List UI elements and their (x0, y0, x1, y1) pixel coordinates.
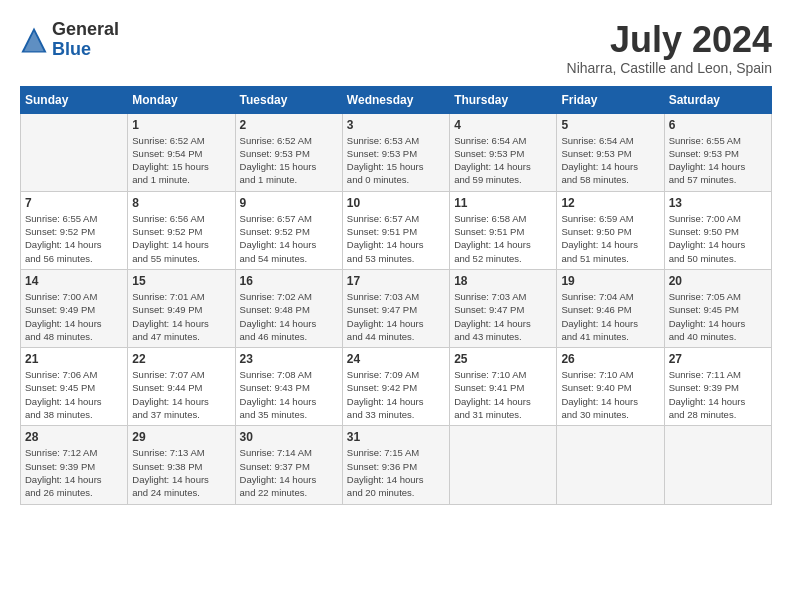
calendar-cell: 11Sunrise: 6:58 AM Sunset: 9:51 PM Dayli… (450, 191, 557, 269)
day-number: 6 (669, 118, 767, 132)
calendar-cell: 2Sunrise: 6:52 AM Sunset: 9:53 PM Daylig… (235, 113, 342, 191)
calendar-cell: 7Sunrise: 6:55 AM Sunset: 9:52 PM Daylig… (21, 191, 128, 269)
day-number: 27 (669, 352, 767, 366)
calendar-cell: 23Sunrise: 7:08 AM Sunset: 9:43 PM Dayli… (235, 348, 342, 426)
calendar-cell (557, 426, 664, 504)
day-number: 18 (454, 274, 552, 288)
day-info: Sunrise: 7:05 AM Sunset: 9:45 PM Dayligh… (669, 290, 767, 343)
week-row-1: 7Sunrise: 6:55 AM Sunset: 9:52 PM Daylig… (21, 191, 772, 269)
day-number: 20 (669, 274, 767, 288)
calendar-cell: 18Sunrise: 7:03 AM Sunset: 9:47 PM Dayli… (450, 269, 557, 347)
logo: General Blue (20, 20, 119, 60)
calendar-cell (21, 113, 128, 191)
calendar-cell: 1Sunrise: 6:52 AM Sunset: 9:54 PM Daylig… (128, 113, 235, 191)
calendar-cell: 30Sunrise: 7:14 AM Sunset: 9:37 PM Dayli… (235, 426, 342, 504)
day-number: 17 (347, 274, 445, 288)
logo-general-text: General (52, 19, 119, 39)
day-info: Sunrise: 6:57 AM Sunset: 9:51 PM Dayligh… (347, 212, 445, 265)
header-cell-tuesday: Tuesday (235, 86, 342, 113)
day-info: Sunrise: 7:06 AM Sunset: 9:45 PM Dayligh… (25, 368, 123, 421)
day-number: 22 (132, 352, 230, 366)
calendar-cell (450, 426, 557, 504)
day-number: 25 (454, 352, 552, 366)
header-cell-monday: Monday (128, 86, 235, 113)
logo-text: General Blue (52, 20, 119, 60)
header-cell-thursday: Thursday (450, 86, 557, 113)
header-cell-sunday: Sunday (21, 86, 128, 113)
calendar-cell: 14Sunrise: 7:00 AM Sunset: 9:49 PM Dayli… (21, 269, 128, 347)
day-number: 13 (669, 196, 767, 210)
day-number: 31 (347, 430, 445, 444)
day-info: Sunrise: 7:15 AM Sunset: 9:36 PM Dayligh… (347, 446, 445, 499)
day-number: 2 (240, 118, 338, 132)
day-number: 23 (240, 352, 338, 366)
day-number: 12 (561, 196, 659, 210)
day-number: 24 (347, 352, 445, 366)
day-number: 28 (25, 430, 123, 444)
day-info: Sunrise: 6:53 AM Sunset: 9:53 PM Dayligh… (347, 134, 445, 187)
day-number: 30 (240, 430, 338, 444)
calendar-cell: 22Sunrise: 7:07 AM Sunset: 9:44 PM Dayli… (128, 348, 235, 426)
calendar-cell: 28Sunrise: 7:12 AM Sunset: 9:39 PM Dayli… (21, 426, 128, 504)
day-number: 15 (132, 274, 230, 288)
title-section: July 2024 Niharra, Castille and Leon, Sp… (567, 20, 772, 76)
calendar-cell: 3Sunrise: 6:53 AM Sunset: 9:53 PM Daylig… (342, 113, 449, 191)
calendar-header: SundayMondayTuesdayWednesdayThursdayFrid… (21, 86, 772, 113)
header-cell-saturday: Saturday (664, 86, 771, 113)
calendar-cell: 6Sunrise: 6:55 AM Sunset: 9:53 PM Daylig… (664, 113, 771, 191)
calendar-cell: 13Sunrise: 7:00 AM Sunset: 9:50 PM Dayli… (664, 191, 771, 269)
calendar-cell: 20Sunrise: 7:05 AM Sunset: 9:45 PM Dayli… (664, 269, 771, 347)
day-info: Sunrise: 6:54 AM Sunset: 9:53 PM Dayligh… (561, 134, 659, 187)
page-container: General Blue July 2024 Niharra, Castille… (20, 20, 772, 505)
calendar-cell: 31Sunrise: 7:15 AM Sunset: 9:36 PM Dayli… (342, 426, 449, 504)
calendar-cell: 19Sunrise: 7:04 AM Sunset: 9:46 PM Dayli… (557, 269, 664, 347)
day-info: Sunrise: 7:01 AM Sunset: 9:49 PM Dayligh… (132, 290, 230, 343)
calendar-cell: 27Sunrise: 7:11 AM Sunset: 9:39 PM Dayli… (664, 348, 771, 426)
day-number: 3 (347, 118, 445, 132)
calendar-cell: 4Sunrise: 6:54 AM Sunset: 9:53 PM Daylig… (450, 113, 557, 191)
day-info: Sunrise: 7:09 AM Sunset: 9:42 PM Dayligh… (347, 368, 445, 421)
day-info: Sunrise: 7:03 AM Sunset: 9:47 PM Dayligh… (454, 290, 552, 343)
day-number: 5 (561, 118, 659, 132)
day-info: Sunrise: 6:52 AM Sunset: 9:53 PM Dayligh… (240, 134, 338, 187)
day-number: 14 (25, 274, 123, 288)
day-info: Sunrise: 6:52 AM Sunset: 9:54 PM Dayligh… (132, 134, 230, 187)
calendar-cell: 17Sunrise: 7:03 AM Sunset: 9:47 PM Dayli… (342, 269, 449, 347)
day-info: Sunrise: 7:10 AM Sunset: 9:40 PM Dayligh… (561, 368, 659, 421)
week-row-0: 1Sunrise: 6:52 AM Sunset: 9:54 PM Daylig… (21, 113, 772, 191)
day-number: 8 (132, 196, 230, 210)
calendar-body: 1Sunrise: 6:52 AM Sunset: 9:54 PM Daylig… (21, 113, 772, 504)
day-info: Sunrise: 7:14 AM Sunset: 9:37 PM Dayligh… (240, 446, 338, 499)
day-number: 21 (25, 352, 123, 366)
calendar-cell: 25Sunrise: 7:10 AM Sunset: 9:41 PM Dayli… (450, 348, 557, 426)
day-info: Sunrise: 7:10 AM Sunset: 9:41 PM Dayligh… (454, 368, 552, 421)
day-info: Sunrise: 7:11 AM Sunset: 9:39 PM Dayligh… (669, 368, 767, 421)
logo-icon (20, 26, 48, 54)
calendar-cell: 12Sunrise: 6:59 AM Sunset: 9:50 PM Dayli… (557, 191, 664, 269)
header-cell-wednesday: Wednesday (342, 86, 449, 113)
day-info: Sunrise: 6:54 AM Sunset: 9:53 PM Dayligh… (454, 134, 552, 187)
day-info: Sunrise: 6:56 AM Sunset: 9:52 PM Dayligh… (132, 212, 230, 265)
day-info: Sunrise: 7:13 AM Sunset: 9:38 PM Dayligh… (132, 446, 230, 499)
day-number: 7 (25, 196, 123, 210)
calendar-cell: 26Sunrise: 7:10 AM Sunset: 9:40 PM Dayli… (557, 348, 664, 426)
calendar-cell: 15Sunrise: 7:01 AM Sunset: 9:49 PM Dayli… (128, 269, 235, 347)
week-row-4: 28Sunrise: 7:12 AM Sunset: 9:39 PM Dayli… (21, 426, 772, 504)
day-info: Sunrise: 6:55 AM Sunset: 9:53 PM Dayligh… (669, 134, 767, 187)
day-info: Sunrise: 7:00 AM Sunset: 9:49 PM Dayligh… (25, 290, 123, 343)
day-info: Sunrise: 7:03 AM Sunset: 9:47 PM Dayligh… (347, 290, 445, 343)
calendar-cell: 29Sunrise: 7:13 AM Sunset: 9:38 PM Dayli… (128, 426, 235, 504)
header-row: SundayMondayTuesdayWednesdayThursdayFrid… (21, 86, 772, 113)
calendar-cell: 24Sunrise: 7:09 AM Sunset: 9:42 PM Dayli… (342, 348, 449, 426)
header-cell-friday: Friday (557, 86, 664, 113)
day-info: Sunrise: 6:55 AM Sunset: 9:52 PM Dayligh… (25, 212, 123, 265)
day-info: Sunrise: 7:12 AM Sunset: 9:39 PM Dayligh… (25, 446, 123, 499)
day-info: Sunrise: 7:04 AM Sunset: 9:46 PM Dayligh… (561, 290, 659, 343)
day-number: 26 (561, 352, 659, 366)
day-number: 10 (347, 196, 445, 210)
calendar-table: SundayMondayTuesdayWednesdayThursdayFrid… (20, 86, 772, 505)
location-title: Niharra, Castille and Leon, Spain (567, 60, 772, 76)
day-number: 19 (561, 274, 659, 288)
day-info: Sunrise: 6:57 AM Sunset: 9:52 PM Dayligh… (240, 212, 338, 265)
day-number: 16 (240, 274, 338, 288)
